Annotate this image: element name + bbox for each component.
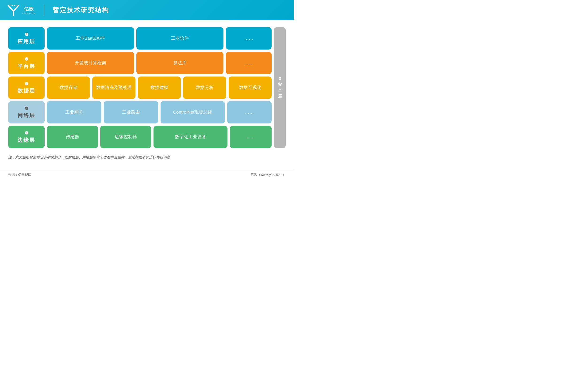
layer-name: 边缘层 <box>18 136 35 144</box>
header: 亿欧 IYIOU·COM 暂定技术研究结构 <box>0 0 294 20</box>
layer-row-5: ❺ 边缘层 传感器边缘控制器数字化工业设备…… <box>8 126 272 148</box>
layer-item-4-2: 工业路由 <box>104 101 158 124</box>
layer-name: 应用层 <box>18 38 35 45</box>
logo-sub: IYIOU·COM <box>22 12 36 15</box>
layer-row-1: ❶ 应用层 工业SaaS/APP工业软件…… <box>8 27 272 50</box>
layer-num: ❸ <box>25 81 28 86</box>
layer-label-3: ❸ 数据层 <box>8 76 45 99</box>
main-content: ❶ 应用层 工业SaaS/APP工业软件…… ❷ 平台层 开发或计算框架算法库…… <box>0 20 294 165</box>
page-title: 暂定技术研究结构 <box>52 6 109 15</box>
layer-item-4-3: ControlNet现场总线 <box>161 101 225 124</box>
security-char2: 全 <box>278 88 282 93</box>
layer-row-3: ❸ 数据层 数据存储数据清洗及预处理数据建模数据分析数据可视化 <box>8 76 272 99</box>
layers-column: ❶ 应用层 工业SaaS/APP工业软件…… ❷ 平台层 开发或计算框架算法库…… <box>8 27 272 148</box>
layer-num: ❹ <box>25 106 28 111</box>
layer-item-1-3: …… <box>226 27 272 50</box>
layer-num: ❷ <box>25 57 28 62</box>
layer-item-1-1: 工业SaaS/APP <box>47 27 134 50</box>
layer-label-1: ❶ 应用层 <box>8 27 45 50</box>
layer-item-3-3: 数据建模 <box>138 76 181 99</box>
header-divider <box>44 5 44 15</box>
layer-content-1: 工业SaaS/APP工业软件…… <box>47 27 272 50</box>
security-char1: 安 <box>278 82 282 87</box>
layer-content-4: 工业网关工业路由ControlNet现场总线…… <box>47 101 272 124</box>
layer-item-5-2: 边缘控制器 <box>100 126 151 148</box>
layer-item-3-5: 数据可视化 <box>229 76 272 99</box>
layer-content-2: 开发或计算框架算法库…… <box>47 52 272 74</box>
layer-content-3: 数据存储数据清洗及预处理数据建模数据分析数据可视化 <box>47 76 272 99</box>
layer-item-3-4: 数据分析 <box>183 76 226 99</box>
layer-item-5-4: …… <box>230 126 272 148</box>
layer-item-2-1: 开发或计算框架 <box>47 52 134 74</box>
security-char3: 层 <box>278 94 282 99</box>
footer-source: 来源：亿欧智库 <box>8 173 31 177</box>
layer-item-4-1: 工业网关 <box>47 101 101 124</box>
layer-num: ❶ <box>25 32 28 37</box>
layer-num: ❺ <box>25 130 28 136</box>
layer-item-3-2: 数据清洗及预处理 <box>92 76 135 99</box>
layer-name: 网络层 <box>18 112 35 119</box>
layer-item-1-2: 工业软件 <box>136 27 223 50</box>
logo-text: 亿欧 <box>24 6 34 12</box>
layer-item-5-3: 数字化工业设备 <box>154 126 227 148</box>
logo-icon <box>7 4 20 16</box>
layer-label-5: ❺ 边缘层 <box>8 126 45 148</box>
architecture-grid: ❶ 应用层 工业SaaS/APP工业软件…… ❷ 平台层 开发或计算框架算法库…… <box>8 27 286 148</box>
logo-area: 亿欧 IYIOU·COM <box>7 4 36 16</box>
layer-name: 数据层 <box>18 87 35 94</box>
layer-row-4: ❹ 网络层 工业网关工业路由ControlNet现场总线…… <box>8 101 272 124</box>
layer-row-2: ❷ 平台层 开发或计算框架算法库…… <box>8 52 272 74</box>
footer: 来源：亿欧智库 亿欧（www.iyiou.com） <box>0 170 294 180</box>
layer-label-4: ❹ 网络层 <box>8 101 45 124</box>
security-num: ❻ <box>278 76 282 81</box>
layer-content-5: 传感器边缘控制器数字化工业设备…… <box>47 126 272 148</box>
security-column: ❻ 安 全 层 <box>274 27 286 148</box>
layer-name: 平台层 <box>18 63 35 70</box>
footer-brand: 亿欧（www.iyiou.com） <box>251 173 286 177</box>
layer-label-2: ❷ 平台层 <box>8 52 45 74</box>
layer-item-3-1: 数据存储 <box>47 76 90 99</box>
note-text: 注：六大层级目前并没有明确划分，如数据层、网络层常常包含在平台层内，后续根据研究… <box>8 154 286 160</box>
layer-item-2-3: …… <box>226 52 272 74</box>
layer-item-4-4: …… <box>227 101 272 124</box>
layer-item-2-2: 算法库 <box>136 52 223 74</box>
layer-item-5-1: 传感器 <box>47 126 98 148</box>
